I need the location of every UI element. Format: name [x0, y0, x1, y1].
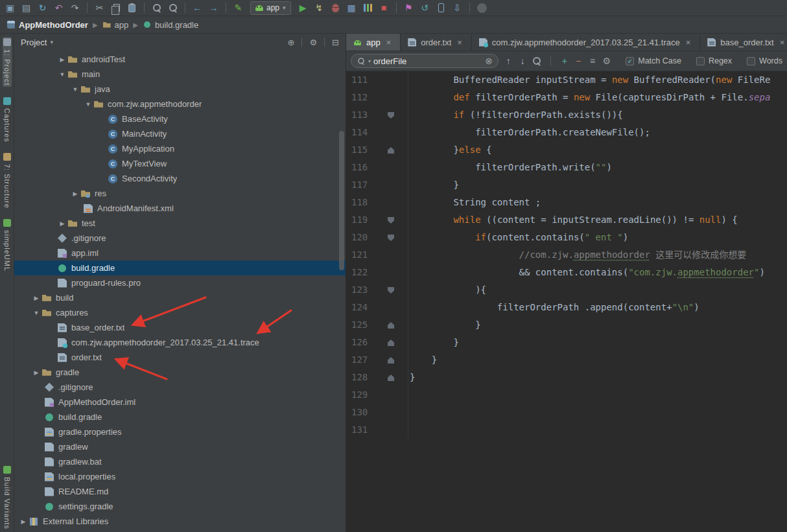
- flag-icon[interactable]: ⚑: [401, 1, 416, 15]
- chevron-down-icon[interactable]: ▾: [368, 58, 371, 64]
- checkbox-icon[interactable]: [747, 57, 755, 65]
- tree-collapsed-icon[interactable]: ▶: [31, 295, 41, 301]
- compile-icon[interactable]: ✎: [231, 1, 246, 15]
- fold-marker-icon[interactable]: [388, 217, 394, 224]
- tree-item-build[interactable]: ▶build: [14, 290, 346, 305]
- paste-icon[interactable]: [124, 1, 139, 15]
- prev-occurrence-icon[interactable]: ↑: [504, 54, 513, 67]
- tool-button-build-variants[interactable]: Build Variants: [3, 466, 11, 529]
- tool-button-captures[interactable]: Captures: [3, 97, 11, 143]
- code-editor[interactable]: 111 BufferedReader inputStream = new Buf…: [346, 71, 787, 532]
- tree-item-build-gradle[interactable]: build.gradle: [14, 410, 346, 424]
- add-selection-icon[interactable]: +: [560, 54, 569, 67]
- close-icon[interactable]: ×: [457, 38, 462, 47]
- checkbox-icon[interactable]: ✓: [626, 57, 634, 65]
- project-window-icon[interactable]: ▣: [3, 1, 18, 15]
- search-field[interactable]: ▾⊗: [351, 54, 499, 68]
- locate-icon[interactable]: ⊕: [288, 38, 295, 47]
- tree-item-proguard-rules-pro[interactable]: proguard-rules.pro: [14, 275, 346, 290]
- search-settings-icon[interactable]: ⚙: [603, 54, 611, 67]
- tree-item-appmethodorder-iml[interactable]: AppMethodOrder.iml: [14, 395, 346, 410]
- stop-icon[interactable]: ■: [377, 1, 392, 15]
- close-icon[interactable]: ×: [386, 38, 392, 47]
- tool-button-simpleuml[interactable]: simpleUML: [3, 219, 11, 272]
- copy-icon[interactable]: [108, 1, 123, 15]
- checkbox-icon[interactable]: [696, 57, 705, 65]
- replace-icon[interactable]: [165, 1, 180, 15]
- remove-selection-icon[interactable]: −: [574, 54, 583, 67]
- tree-item-settings-gradle[interactable]: settings.gradle: [14, 499, 346, 514]
- tree-collapsed-icon[interactable]: ▶: [57, 220, 67, 227]
- close-icon[interactable]: ×: [780, 38, 785, 47]
- tree-item-gradlew-bat[interactable]: gradlew.bat: [14, 454, 346, 469]
- coverage-icon[interactable]: ▦: [344, 1, 359, 15]
- tree-item-androidtest[interactable]: ▶androidTest: [14, 52, 346, 67]
- fold-marker-icon[interactable]: [388, 375, 394, 381]
- editor-tab-base-order-txt[interactable]: base_order.txt×: [700, 34, 787, 51]
- tree-item-com-zjw-appmethodorder-2017-03-25-21-41-trace[interactable]: com.zjw.appmethodorder_2017.03.25_21.41.…: [14, 335, 346, 350]
- tree-item-app-iml[interactable]: app.iml: [14, 246, 346, 260]
- tree-item-gitignore[interactable]: .gitignore: [14, 380, 346, 395]
- tree-item-build-gradle[interactable]: build.gradle: [14, 260, 346, 275]
- tree-item-gradle[interactable]: ▶gradle: [14, 365, 346, 380]
- tree-item-captures[interactable]: ▼captures: [14, 305, 346, 320]
- fold-marker-icon[interactable]: [388, 357, 394, 364]
- tree-item-test[interactable]: ▶test: [14, 216, 346, 231]
- run-config-select[interactable]: app▾: [250, 1, 291, 15]
- redo-icon[interactable]: ↷: [67, 1, 82, 15]
- tree-item-external-libraries[interactable]: ▶External Libraries: [14, 514, 346, 529]
- tree-item-baseactivity[interactable]: BaseActivity: [14, 111, 346, 126]
- tree-item-secondactivity[interactable]: SecondActivity: [14, 171, 346, 186]
- find-option-regex[interactable]: Regex: [696, 56, 732, 65]
- tree-item-gradle-properties[interactable]: gradle.properties: [14, 424, 346, 439]
- chevron-down-icon[interactable]: ▾: [50, 39, 53, 45]
- sync-icon[interactable]: ↻: [35, 1, 50, 15]
- tree-expanded-icon[interactable]: ▼: [57, 71, 67, 78]
- tree-collapsed-icon[interactable]: ▶: [18, 518, 29, 525]
- find-option-words[interactable]: Words: [747, 56, 782, 65]
- fold-marker-icon[interactable]: [388, 147, 394, 154]
- forward-icon[interactable]: →: [206, 1, 221, 15]
- tree-expanded-icon[interactable]: ▼: [31, 310, 41, 316]
- collapse-all-icon[interactable]: ⊟: [332, 38, 339, 47]
- settings-icon[interactable]: ⚙: [309, 38, 317, 47]
- editor-tab-order-txt[interactable]: order.txt×: [401, 34, 472, 51]
- tree-item-order-txt[interactable]: order.txt: [14, 350, 346, 365]
- tool-button-1-project[interactable]: 1: Project: [3, 37, 12, 87]
- save-icon[interactable]: ▤: [19, 1, 34, 15]
- tree-item-mainactivity[interactable]: MainActivity: [14, 126, 346, 141]
- tree-item-base-order-txt[interactable]: base_order.txt: [14, 320, 346, 335]
- tree-item-gitignore[interactable]: .gitignore: [14, 231, 346, 246]
- tree-item-local-properties[interactable]: local.properties: [14, 469, 346, 484]
- tree-item-res[interactable]: ▶res: [14, 186, 346, 201]
- breadcrumb-item-appmethodorder[interactable]: AppMethodOrder: [6, 20, 88, 30]
- breadcrumb-item-app[interactable]: app: [102, 20, 129, 30]
- tree-item-androidmanifest-xml[interactable]: AndroidManifest.xml: [14, 201, 346, 216]
- tree-collapsed-icon[interactable]: ▶: [70, 191, 80, 197]
- help-icon[interactable]: [475, 1, 489, 15]
- tree-item-main[interactable]: ▼main: [14, 67, 346, 82]
- tree-item-java[interactable]: ▼java: [14, 82, 346, 97]
- tool-button-7-structure[interactable]: 7: Structure: [3, 153, 11, 209]
- undo-icon[interactable]: ↶: [51, 1, 66, 15]
- clear-icon[interactable]: ⊗: [485, 56, 493, 66]
- fold-marker-icon[interactable]: [388, 287, 394, 294]
- close-icon[interactable]: ×: [686, 38, 691, 47]
- search-input[interactable]: [373, 56, 482, 66]
- project-scrollbar-thumb[interactable]: [339, 131, 344, 270]
- find-selection-icon[interactable]: [532, 54, 541, 67]
- fold-marker-icon[interactable]: [388, 340, 394, 346]
- breadcrumb-item-build-gradle[interactable]: build.gradle: [143, 20, 198, 30]
- tree-expanded-icon[interactable]: ▼: [83, 101, 93, 108]
- sdk-manager-icon[interactable]: ⇩: [450, 1, 465, 15]
- editor-tab-app[interactable]: app×: [346, 34, 401, 51]
- fold-marker-icon[interactable]: [388, 322, 394, 329]
- profiler-icon[interactable]: [360, 1, 375, 15]
- find-option-match-case[interactable]: ✓Match Case: [626, 56, 681, 65]
- back-icon[interactable]: ←: [190, 1, 205, 15]
- tree-item-com-zjw-appmethodorder[interactable]: ▼com.zjw.appmethodorder: [14, 97, 346, 111]
- tree-item-mytextview[interactable]: MyTextView: [14, 156, 346, 171]
- tree-collapsed-icon[interactable]: ▶: [57, 56, 67, 63]
- fold-marker-icon[interactable]: [388, 235, 394, 241]
- tree-item-gradlew[interactable]: gradlew: [14, 439, 346, 454]
